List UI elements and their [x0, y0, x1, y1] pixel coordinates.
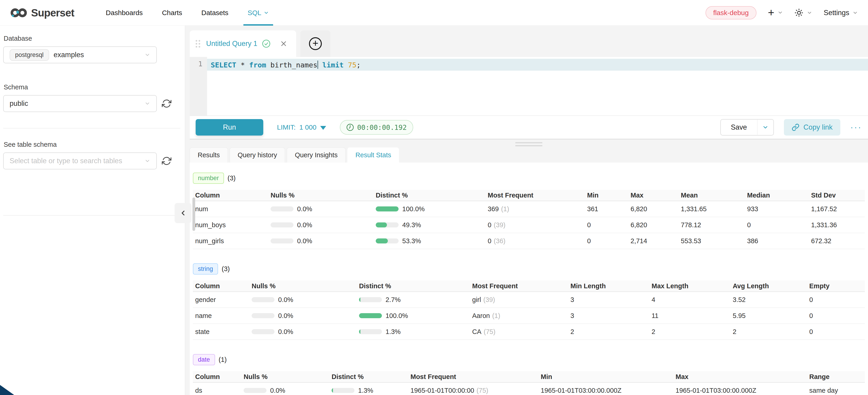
column-header[interactable]: Nulls % — [241, 373, 329, 381]
column-header[interactable]: Column — [193, 191, 268, 199]
stats-table: ColumnNulls %Distinct %Most FrequentMinM… — [193, 371, 865, 395]
tab-query-history[interactable]: Query history — [230, 147, 285, 162]
query-tab[interactable]: Untitled Query 1 — [190, 30, 296, 57]
most-frequent-value: CA — [472, 328, 481, 336]
column-header[interactable]: Max Length — [649, 282, 731, 290]
percent-value: 0.0% — [278, 296, 293, 304]
nav-item-sql[interactable]: SQL — [238, 0, 279, 26]
sql-code-line[interactable]: SELECT * from birth_names limit 75; — [207, 60, 868, 70]
cell-stat-value: 361 — [585, 205, 628, 213]
column-header[interactable]: Max — [628, 191, 679, 199]
main-panel: Untitled Query 1 + 1 SELECT * from birth… — [185, 26, 868, 395]
cell-stat-value: 2 — [568, 328, 649, 336]
column-header[interactable]: Distinct % — [373, 191, 486, 199]
tab-results[interactable]: Results — [190, 147, 228, 162]
refresh-schema-button[interactable] — [162, 99, 172, 108]
cell-stat-value: 0 — [585, 237, 628, 245]
refresh-tables-button[interactable] — [162, 156, 172, 166]
column-header[interactable]: Mean — [679, 191, 745, 199]
column-header[interactable]: Column — [193, 282, 249, 290]
new-tab-button[interactable]: + — [309, 37, 322, 50]
top-nav: Superset DashboardsChartsDatasetsSQL fla… — [0, 0, 868, 26]
cell-nulls-pct: 0.0% — [241, 387, 329, 394]
superset-brand[interactable]: Superset — [10, 7, 74, 19]
cell-most-frequent: 0(39) — [486, 221, 585, 229]
table-schema-field: See table schema Select table or type to… — [3, 141, 180, 170]
progress-bar-track — [376, 206, 399, 211]
column-header[interactable]: Std Dev — [809, 191, 861, 199]
percent-value: 0.0% — [278, 312, 293, 320]
column-header[interactable]: Most Frequent — [486, 191, 585, 199]
column-count: (1) — [219, 356, 227, 363]
most-frequent-count: (75) — [476, 387, 488, 394]
column-header[interactable]: Avg Length — [731, 282, 807, 290]
line-number-gutter: 1 — [190, 57, 207, 116]
cell-nulls-pct: 0.0% — [249, 296, 357, 304]
cell-distinct-pct: 1.3% — [357, 328, 470, 336]
cell-stat-value: 933 — [745, 205, 809, 213]
more-options-button[interactable]: ··· — [850, 125, 862, 129]
column-header[interactable]: Distinct % — [329, 373, 408, 381]
sun-icon — [795, 8, 804, 18]
progress-bar-fill — [376, 222, 387, 227]
database-select[interactable]: postgresql examples — [3, 47, 157, 63]
column-header[interactable]: Nulls % — [268, 191, 373, 199]
most-frequent-count: (39) — [484, 296, 495, 304]
chevron-down-icon — [264, 10, 269, 16]
run-button[interactable]: Run — [196, 119, 263, 135]
column-header[interactable]: Min — [585, 191, 628, 199]
settings-menu[interactable]: Settings — [824, 9, 858, 17]
limit-value: 1 000 — [300, 123, 316, 131]
column-header[interactable]: Min — [538, 373, 673, 381]
theme-toggle-button[interactable] — [795, 8, 812, 18]
column-header[interactable]: Most Frequent — [470, 282, 568, 290]
section-header: date(1) — [193, 354, 865, 365]
column-header[interactable]: Min Length — [568, 282, 649, 290]
stats-table: ColumnNulls %Distinct %Most FrequentMin … — [193, 280, 865, 340]
clock-icon — [346, 123, 354, 131]
save-button[interactable]: Save — [720, 119, 757, 135]
scrollbar-thumb[interactable] — [192, 198, 195, 231]
column-header[interactable]: Median — [745, 191, 809, 199]
save-options-button[interactable] — [757, 119, 774, 135]
nav-item-dashboards[interactable]: Dashboards — [96, 0, 152, 26]
table-schema-label: See table schema — [4, 141, 180, 148]
most-frequent-count: (1) — [501, 205, 509, 213]
column-header[interactable]: Most Frequent — [408, 373, 538, 381]
cell-stat-value: 0 — [807, 328, 860, 336]
drag-handle-icon[interactable] — [196, 40, 200, 48]
nav-item-charts[interactable]: Charts — [152, 0, 192, 26]
nav-item-datasets[interactable]: Datasets — [192, 0, 238, 26]
cell-most-frequent: 1965-01-01T00:00:00(75) — [408, 387, 538, 394]
limit-dropdown[interactable]: LIMIT: 1 000 — [277, 123, 326, 131]
table-row: gender0.0%2.7%girl(39)343.520 — [193, 292, 865, 308]
percent-value: 1.3% — [385, 328, 401, 336]
stats-section-number: number(3)ColumnNulls %Distinct %Most Fre… — [193, 173, 865, 249]
percent-value: 2.7% — [385, 296, 401, 304]
section-header: string(3) — [193, 263, 865, 275]
tab-result-stats[interactable]: Result Stats — [347, 147, 399, 162]
cell-nulls-pct: 0.0% — [268, 205, 373, 213]
copy-link-button[interactable]: Copy link — [784, 119, 841, 135]
schema-select[interactable]: public — [3, 95, 157, 112]
column-header[interactable]: Nulls % — [249, 282, 357, 290]
type-badge-date: date — [193, 354, 215, 365]
query-tab-strip: Untitled Query 1 + — [190, 26, 868, 57]
column-header[interactable]: Empty — [807, 282, 860, 290]
splitter-drag-handle[interactable] — [515, 142, 542, 148]
new-item-button[interactable]: + — [768, 8, 783, 17]
table-row: num_boys0.0%49.3%0(39)06,820778.1201,331… — [193, 217, 865, 233]
column-header[interactable]: Distinct % — [357, 282, 470, 290]
collapse-sidebar-button[interactable] — [175, 203, 191, 223]
column-header[interactable]: Range — [807, 373, 860, 381]
table-select[interactable]: Select table or type to search tables — [3, 152, 157, 170]
code-area[interactable]: 1 SELECT * from birth_names limit 75; — [190, 57, 868, 116]
column-header[interactable]: Column — [193, 373, 241, 381]
close-tab-icon[interactable] — [280, 40, 287, 47]
column-header[interactable]: Max — [673, 373, 807, 381]
most-frequent-count: (39) — [494, 221, 505, 229]
cell-distinct-pct: 49.3% — [373, 221, 486, 229]
tab-query-insights[interactable]: Query Insights — [287, 147, 346, 162]
cell-stat-value: 2,714 — [628, 237, 679, 245]
line-number: 1 — [198, 60, 203, 68]
